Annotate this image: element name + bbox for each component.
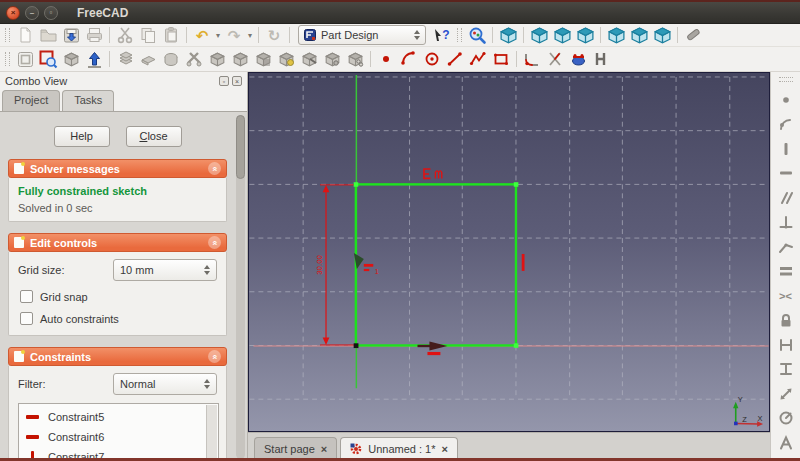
constraint-perpendicular-icon[interactable] xyxy=(776,213,796,231)
3d-viewport[interactable]: 30.00 1 xyxy=(248,72,770,432)
workbench-selector-spinner[interactable] xyxy=(414,30,420,40)
create-rectangle-icon[interactable] xyxy=(490,49,512,69)
grid-snap-checkbox[interactable] xyxy=(20,290,33,303)
save-document-icon[interactable] xyxy=(60,25,82,45)
constraint-distance-icon[interactable] xyxy=(776,385,796,403)
window-minimize-button[interactable]: – xyxy=(25,6,39,20)
tab-project[interactable]: Project xyxy=(2,90,60,111)
constraint-filter-select[interactable]: Normal xyxy=(113,373,217,395)
leave-sketch-icon[interactable] xyxy=(83,49,105,69)
auto-constraints-checkbox[interactable] xyxy=(20,312,33,325)
constraint-point-on-object-icon[interactable] xyxy=(776,115,796,133)
constraint-horizontal-icon[interactable] xyxy=(776,164,796,182)
view-front-icon[interactable] xyxy=(528,25,550,45)
panel-float-icon[interactable]: ▫ xyxy=(219,76,229,86)
refresh-icon[interactable]: ↻ xyxy=(263,25,285,45)
create-line-icon[interactable] xyxy=(444,49,466,69)
toolbar-handle[interactable] xyxy=(5,28,10,42)
create-polyline-icon[interactable] xyxy=(467,49,489,69)
redo-dropdown-icon[interactable]: ▾ xyxy=(246,31,254,40)
revolution-icon[interactable] xyxy=(160,49,182,69)
list-item[interactable]: Constraint6 xyxy=(25,427,204,447)
window-maximize-button[interactable]: ▫ xyxy=(44,6,58,20)
constraint-tangent-icon[interactable] xyxy=(776,238,796,256)
trim-edge-icon[interactable] xyxy=(544,49,566,69)
view-right-icon[interactable] xyxy=(574,25,596,45)
constraints-header[interactable]: Constraints « xyxy=(8,347,227,366)
vertex-bottom-right[interactable] xyxy=(514,343,519,348)
constraint-radius-icon[interactable] xyxy=(776,409,796,427)
edit-sketch-icon[interactable] xyxy=(37,49,59,69)
create-point-icon[interactable] xyxy=(375,49,397,69)
map-sketch-icon[interactable] xyxy=(60,49,82,69)
workbench-selector[interactable]: Part Design xyxy=(298,25,426,45)
copy-icon[interactable] xyxy=(137,25,159,45)
sketch-canvas[interactable]: 30.00 1 xyxy=(249,73,769,431)
zoom-fit-all-icon[interactable] xyxy=(466,25,488,45)
grid-size-spinner[interactable] xyxy=(204,265,210,275)
fillet-icon[interactable] xyxy=(275,49,297,69)
solver-messages-header[interactable]: Solver messages « xyxy=(8,159,227,178)
cut-icon[interactable] xyxy=(114,25,136,45)
toolbar-handle[interactable] xyxy=(779,77,793,82)
list-item[interactable]: Constraint5 xyxy=(25,407,204,427)
additive-box-icon[interactable] xyxy=(206,49,228,69)
vertex-top-left[interactable] xyxy=(354,182,359,187)
view-bottom-icon[interactable] xyxy=(628,25,650,45)
toolbar-handle[interactable] xyxy=(5,52,10,66)
tab-start-page[interactable]: Start page × xyxy=(254,437,337,460)
collapse-icon[interactable]: « xyxy=(208,236,221,249)
window-close-button[interactable]: × xyxy=(6,6,20,20)
tab-tasks[interactable]: Tasks xyxy=(62,90,114,111)
toolbar-handle[interactable] xyxy=(457,28,462,42)
vertical-distance-dimension[interactable]: 30.00 xyxy=(315,185,354,345)
tab-close-icon[interactable]: × xyxy=(321,443,327,455)
boolean-icon[interactable] xyxy=(252,49,274,69)
pattern-icon[interactable] xyxy=(344,49,366,69)
edit-controls-header[interactable]: Edit controls « xyxy=(8,233,227,252)
help-button[interactable]: Help xyxy=(54,126,110,147)
filter-spinner[interactable] xyxy=(204,379,210,389)
constraint-horizontal-distance-icon[interactable] xyxy=(776,336,796,354)
pad-icon[interactable] xyxy=(114,49,136,69)
tab-close-icon[interactable]: × xyxy=(441,443,447,455)
constraint-vertical-distance-icon[interactable] xyxy=(776,360,796,378)
constraint-coincident-icon[interactable] xyxy=(776,91,796,109)
open-document-icon[interactable] xyxy=(37,25,59,45)
create-circle-icon[interactable] xyxy=(421,49,443,69)
collapse-icon[interactable]: « xyxy=(208,162,221,175)
grid-size-select[interactable]: 10 mm xyxy=(113,259,217,281)
undo-dropdown-icon[interactable]: ▾ xyxy=(214,31,222,40)
construction-mode-icon[interactable] xyxy=(590,49,612,69)
sketch-rectangle[interactable] xyxy=(356,184,516,345)
constraint-angle-icon[interactable] xyxy=(776,434,796,452)
constraint-vertical-icon[interactable] xyxy=(776,140,796,158)
paste-icon[interactable] xyxy=(160,25,182,45)
view-sketch-icon[interactable] xyxy=(14,49,36,69)
constraint-symmetric-icon[interactable]: >< xyxy=(776,287,796,305)
panel-scrollbar[interactable] xyxy=(236,115,245,459)
create-fillet-icon[interactable] xyxy=(521,49,543,69)
view-left-icon[interactable] xyxy=(651,25,673,45)
measure-distance-icon[interactable] xyxy=(682,25,704,45)
chamfer-icon[interactable] xyxy=(298,49,320,69)
print-icon[interactable] xyxy=(83,25,105,45)
pocket-icon[interactable] xyxy=(137,49,159,69)
create-arc-icon[interactable] xyxy=(398,49,420,69)
draft-icon[interactable] xyxy=(321,49,343,69)
new-document-icon[interactable] xyxy=(14,25,36,45)
constraint-lock-icon[interactable] xyxy=(776,311,796,329)
vertex-top-right[interactable] xyxy=(514,182,519,187)
groove-icon[interactable] xyxy=(183,49,205,69)
constraint-parallel-icon[interactable] xyxy=(776,189,796,207)
panel-close-icon[interactable]: × xyxy=(232,76,242,86)
list-scrollbar[interactable]: ▾ xyxy=(206,405,217,461)
origin-point[interactable] xyxy=(354,343,359,348)
redo-icon[interactable]: ↷ xyxy=(223,25,245,45)
tab-unnamed-document[interactable]: Unnamed : 1* × xyxy=(340,437,458,460)
view-isometric-icon[interactable] xyxy=(497,25,519,45)
view-rear-icon[interactable] xyxy=(605,25,627,45)
whats-this-icon[interactable]: ? xyxy=(431,25,453,45)
collapse-icon[interactable]: « xyxy=(208,350,221,363)
subtractive-box-icon[interactable] xyxy=(229,49,251,69)
